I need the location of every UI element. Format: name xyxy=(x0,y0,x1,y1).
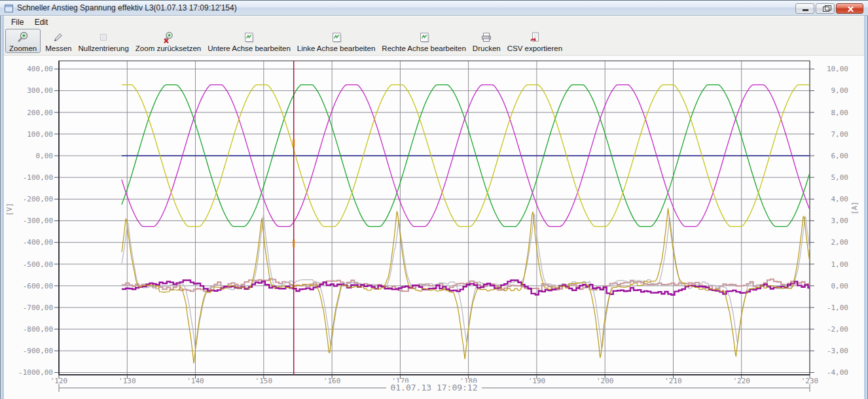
left-axis-tick-label: 100,00 xyxy=(27,130,53,139)
waveform-chart: 400,0010,00300,009,00200,008,00100,007,0… xyxy=(0,56,868,399)
left-axis-tick-label: 400,00 xyxy=(27,65,53,73)
right-axis-tick-label: 3,00 xyxy=(831,217,849,225)
toolbar-button-label: Zoomen xyxy=(9,44,37,52)
toolbar-button-zoomen[interactable]: Zoomen xyxy=(5,29,41,53)
window-icon xyxy=(5,5,13,12)
restore-button[interactable] xyxy=(816,3,835,14)
window-border-right xyxy=(864,16,868,399)
plot-background[interactable] xyxy=(59,61,810,375)
right-axis-tick-label: -1,00 xyxy=(827,304,848,312)
left-axis-tick-label: 0,00 xyxy=(36,152,54,160)
menu-edit[interactable]: Edit xyxy=(33,16,50,29)
left-axis-tick-label: -400,00 xyxy=(23,238,53,247)
left-axis-tick-label: -1000,00 xyxy=(18,368,53,377)
restore-icon xyxy=(823,7,829,12)
toolbar-button-label: Messen xyxy=(45,44,71,52)
menu-file[interactable]: File xyxy=(10,16,25,29)
toolbar-button-messen[interactable]: Messen xyxy=(42,29,75,52)
toolbar-button-rechte-achse-bearbeiten[interactable]: Rechte Achse bearbeiten xyxy=(378,29,469,52)
app-window: Schneller Anstieg Spannung effektiv L3(0… xyxy=(0,0,868,399)
toolbar: ZoomenMessenNullzentrierungZoom zurückse… xyxy=(4,29,864,56)
right-axis-tick-label: -2,00 xyxy=(827,325,848,334)
x-axis-tick-label: '150 xyxy=(255,377,273,385)
left-axis-tick-label: -900,00 xyxy=(23,347,53,355)
right-axis-tick-label: 8,00 xyxy=(831,109,849,117)
x-axis-tick-label: '220 xyxy=(732,377,750,385)
right-axis-tick-label: 2,00 xyxy=(831,238,849,247)
right-axis-tick-label: -4,00 xyxy=(827,368,848,377)
x-axis-tick-label: '190 xyxy=(528,377,546,385)
toolbar-button-linke-achse-bearbeiten[interactable]: Linke Achse bearbeiten xyxy=(294,29,379,52)
left-axis-tick-label: -500,00 xyxy=(23,260,53,269)
left-axis-tick-label: 200,00 xyxy=(27,109,53,117)
toolbar-button-zoom-zur-cksetzen[interactable]: Zoom zurücksetzen xyxy=(132,29,204,52)
window-controls xyxy=(795,3,863,14)
zoom-reset-icon xyxy=(162,31,175,44)
toolbar-button-label: Untere Achse bearbeiten xyxy=(208,44,291,52)
measure-icon xyxy=(52,31,65,44)
right-axis-tick-label: -3,00 xyxy=(827,347,848,355)
left-axis-tick-label: -300,00 xyxy=(23,217,53,225)
toolbar-button-label: Rechte Achse bearbeiten xyxy=(382,44,466,52)
right-axis-tick-label: 10,00 xyxy=(827,65,848,73)
window-border-left xyxy=(0,16,4,399)
menubar: File Edit xyxy=(4,16,864,29)
left-axis-unit-label: [V] xyxy=(5,203,14,216)
left-axis-tick-label: -200,00 xyxy=(23,195,53,203)
zoom-in-icon xyxy=(16,31,29,44)
right-axis-tick-label: 7,00 xyxy=(831,130,849,139)
minimize-button[interactable] xyxy=(795,3,814,14)
toolbar-button-label: Drucken xyxy=(473,44,501,52)
toolbar-button-untere-achse-bearbeiten[interactable]: Untere Achse bearbeiten xyxy=(204,29,294,52)
right-axis-tick-label: 1,00 xyxy=(831,260,849,269)
x-axis-tick-label: '200 xyxy=(596,377,614,385)
x-axis-tick-label: '130 xyxy=(118,377,136,385)
window-title: Schneller Anstieg Spannung effektiv L3(0… xyxy=(17,1,237,16)
x-axis-tick-label: '210 xyxy=(664,377,682,385)
time-range-caption: 01.07.13 17:09:12 xyxy=(390,383,477,392)
toolbar-button-label: Nullzentrierung xyxy=(78,44,128,52)
minimize-icon xyxy=(803,9,808,11)
toolbar-button-label: Linke Achse bearbeiten xyxy=(297,44,376,52)
right-axis-tick-label: 0,00 xyxy=(831,282,849,290)
left-axis-tick-label: -800,00 xyxy=(23,325,53,334)
toolbar-button-nullzentrierung[interactable]: Nullzentrierung xyxy=(75,29,132,52)
x-axis-tick-label: '140 xyxy=(187,377,204,385)
left-axis-tick-label: 300,00 xyxy=(27,86,53,95)
csv-export-icon xyxy=(528,31,541,44)
right-axis-tick-label: 4,00 xyxy=(831,195,849,203)
titlebar[interactable]: Schneller Anstieg Spannung effektiv L3(0… xyxy=(0,0,868,16)
axis-edit-icon xyxy=(242,31,255,44)
axis-edit-icon xyxy=(418,31,431,44)
print-icon xyxy=(480,31,493,44)
left-axis-tick-label: -100,00 xyxy=(23,173,53,182)
right-axis-tick-label: 6,00 xyxy=(831,152,849,160)
right-axis-tick-label: 9,00 xyxy=(831,86,849,95)
chart-area[interactable]: 400,0010,00300,009,00200,008,00100,007,0… xyxy=(0,56,868,399)
right-axis-tick-label: 5,00 xyxy=(831,173,849,182)
toolbar-button-label: Zoom zurücksetzen xyxy=(136,44,201,52)
null-centering-icon xyxy=(97,31,110,44)
toolbar-button-csv-exportieren[interactable]: CSV exportieren xyxy=(504,29,566,52)
toolbar-button-label: CSV exportieren xyxy=(507,44,562,52)
right-axis-unit-label: [A] xyxy=(850,201,859,215)
close-button[interactable] xyxy=(836,3,863,14)
toolbar-button-drucken[interactable]: Drucken xyxy=(469,29,504,52)
axis-edit-icon xyxy=(330,31,343,44)
left-axis-tick-label: -600,00 xyxy=(23,282,53,290)
x-axis-tick-label: '160 xyxy=(323,377,341,385)
left-axis-tick-label: -700,00 xyxy=(23,304,53,312)
